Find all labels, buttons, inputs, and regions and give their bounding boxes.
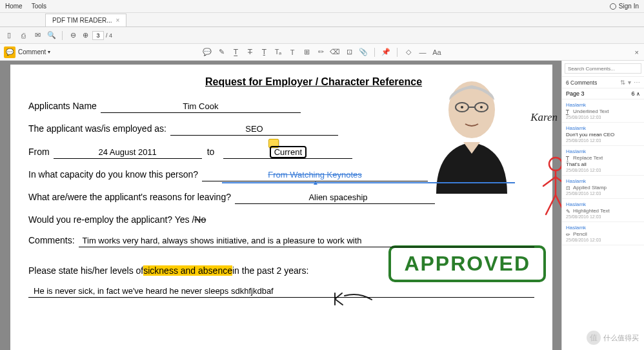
line-icon[interactable]: — xyxy=(418,48,427,57)
pdf-page: Request for Employer / Character Referen… xyxy=(10,65,552,350)
field-label-employed: The applicant was/is employed as: xyxy=(28,123,166,134)
underline-annotation xyxy=(222,182,515,183)
textbox-icon[interactable]: ⊞ xyxy=(302,48,311,57)
next-page-icon[interactable]: ⊕ xyxy=(80,30,90,41)
stamp-icon[interactable]: ⊡ xyxy=(345,48,354,57)
comment-date: 25/08/2016 12:03 xyxy=(566,214,640,219)
comment-item[interactable]: Haslamk⊡Applied Stamp25/08/2016 12:03 xyxy=(562,176,644,199)
more-icon: ⋯ xyxy=(634,79,640,86)
insert-text-icon[interactable]: Tₐ xyxy=(274,48,283,57)
tabbar: PDF TIM READER... × xyxy=(0,13,644,27)
sign-in-button[interactable]: Sign In xyxy=(610,3,639,10)
field-value-to: Current xyxy=(270,146,307,158)
comments-panel: 6 Comments ⇅▾⋯ Page 3 6 ∧ HaslamkT̲Under… xyxy=(561,61,644,350)
page-total: / 4 xyxy=(106,32,112,39)
menu-tools[interactable]: Tools xyxy=(32,3,46,10)
comment-search-input[interactable] xyxy=(565,63,641,74)
menu-home[interactable]: Home xyxy=(5,3,23,10)
mail-icon[interactable]: ✉ xyxy=(32,30,43,41)
comment-author: Haslamk xyxy=(566,102,640,108)
field-value-capacity: From Watching Keynotes xyxy=(268,170,361,180)
comment-text: Don't you mean CEO xyxy=(566,132,640,138)
underline-icon[interactable]: T̲ xyxy=(231,48,240,57)
main-toolbar: ▯ ⎙ ✉ 🔍 ⊖ ⊕ / 4 xyxy=(0,27,644,44)
reemploy-no: No xyxy=(194,214,206,225)
field-value-from: 24 August 2011 xyxy=(98,147,156,157)
field-label-reemploy: Would you re-employ the applicant? Yes / xyxy=(28,214,194,225)
svg-line-11 xyxy=(546,195,556,214)
svg-point-7 xyxy=(549,158,561,170)
comment-date: 25/08/2016 12:03 xyxy=(566,115,640,119)
print-icon[interactable]: ⎙ xyxy=(18,30,28,41)
eraser-icon[interactable]: ⌫ xyxy=(330,48,339,57)
document-viewport[interactable]: Request for Employer / Character Referen… xyxy=(0,61,561,350)
page-number-input[interactable] xyxy=(92,31,104,40)
comment-type: ✏Pencil xyxy=(566,231,640,237)
field-value-sickness: He is never sick, in fact we've heard he… xyxy=(34,286,274,296)
field-value-employed: SEO xyxy=(245,124,263,134)
highlight-icon[interactable]: ✎ xyxy=(217,48,226,57)
attachment-icon[interactable]: 📎 xyxy=(359,48,368,57)
comment-author: Haslamk xyxy=(566,149,640,154)
field-label-from: From xyxy=(28,147,50,157)
comment-type: ⊡Applied Stamp xyxy=(566,185,640,190)
comment-page-count: 6 xyxy=(631,90,634,97)
signature-karen: Karen xyxy=(530,111,558,124)
close-toolbar-icon[interactable]: × xyxy=(635,48,639,56)
comment-date: 25/08/2016 12:03 xyxy=(566,168,640,172)
caret-annotation: ▲ xyxy=(312,179,319,186)
comment-item[interactable]: HaslamkT̲Underlined Text25/08/2016 12:03 xyxy=(562,99,644,123)
sort-icon: ⇅ xyxy=(620,79,625,86)
pencil-icon[interactable]: ✏ xyxy=(316,48,325,57)
menubar: Home Tools Sign In xyxy=(0,0,644,13)
sickness-text-pre: Please state his/her levels of xyxy=(28,265,143,276)
sticky-note-icon[interactable]: 💬 xyxy=(203,48,212,57)
field-label-to: to xyxy=(207,147,215,157)
chevron-down-icon: ▾ xyxy=(48,49,50,55)
tab-label: PDF TIM READER... xyxy=(52,17,112,24)
svg-line-9 xyxy=(543,177,556,186)
comment-item[interactable]: HaslamkṮReplace TextThat's all25/08/2016… xyxy=(562,146,644,176)
strikethrough-icon[interactable]: T̶ xyxy=(245,48,254,57)
field-label-comments: Comments: xyxy=(28,235,75,245)
comment-author: Haslamk xyxy=(566,125,640,131)
approved-stamp[interactable]: APPROVED xyxy=(388,245,546,282)
comment-date: 25/08/2016 12:03 xyxy=(566,191,640,196)
comment-tool-icon[interactable]: 💬 xyxy=(4,46,15,58)
close-icon[interactable]: × xyxy=(116,17,120,24)
sign-in-label: Sign In xyxy=(619,3,639,10)
search-icon[interactable]: 🔍 xyxy=(46,30,57,41)
field-value-reasons: Alien spaceship xyxy=(302,192,367,202)
comment-text: That's all xyxy=(566,161,640,167)
comment-date: 25/08/2016 12:03 xyxy=(566,238,640,242)
field-label-capacity: In what capacity do you know this person… xyxy=(28,169,198,180)
comment-item[interactable]: HaslamkDon't you mean CEO25/08/2016 12:0… xyxy=(562,123,644,146)
watermark-icon: 值 xyxy=(587,331,601,345)
collapse-icon[interactable]: ∧ xyxy=(636,91,640,97)
svg-line-10 xyxy=(556,177,561,186)
comment-author: Haslamk xyxy=(566,178,640,184)
comment-item[interactable]: Haslamk✎Highlighted Text25/08/2016 12:03 xyxy=(562,199,644,222)
comment-dropdown[interactable]: Comment▾ xyxy=(18,48,50,56)
annotation-tools: 💬 ✎ T̲ T̶ Ṯ Tₐ T ⊞ ✏ ⌫ ⊡ 📎 📌 ◇ — Aa xyxy=(203,48,441,57)
text-comment-icon[interactable]: T xyxy=(288,48,297,57)
user-icon xyxy=(610,3,616,10)
comment-item[interactable]: Haslamk✏Pencil25/08/2016 12:03 xyxy=(562,222,644,245)
text-style-icon[interactable]: Aa xyxy=(432,48,441,57)
watermark: 值 什么值得买 xyxy=(587,331,639,345)
pin-icon[interactable]: 📌 xyxy=(381,48,390,57)
shapes-icon[interactable]: ◇ xyxy=(404,48,413,57)
replace-text-icon[interactable]: Ṯ xyxy=(259,48,268,57)
field-value-comments: Tim works very hard, always shows initia… xyxy=(83,236,362,245)
sickness-highlight[interactable]: sickness and absence xyxy=(143,265,232,276)
field-label-reasons: What are/were the applicant's reasons fo… xyxy=(28,192,231,202)
sidebar-toggle-icon[interactable]: ▯ xyxy=(4,30,14,41)
sort-controls[interactable]: ⇅▾⋯ xyxy=(620,79,640,86)
comment-type: ✎Highlighted Text xyxy=(566,208,640,214)
prev-page-icon[interactable]: ⊖ xyxy=(68,30,78,41)
watermark-text: 什么值得买 xyxy=(603,333,639,343)
page-navigator: ⊖ ⊕ / 4 xyxy=(68,30,112,41)
document-tab[interactable]: PDF TIM READER... × xyxy=(45,14,126,26)
svg-line-12 xyxy=(556,195,561,214)
comment-count: 6 Comments xyxy=(566,79,597,86)
